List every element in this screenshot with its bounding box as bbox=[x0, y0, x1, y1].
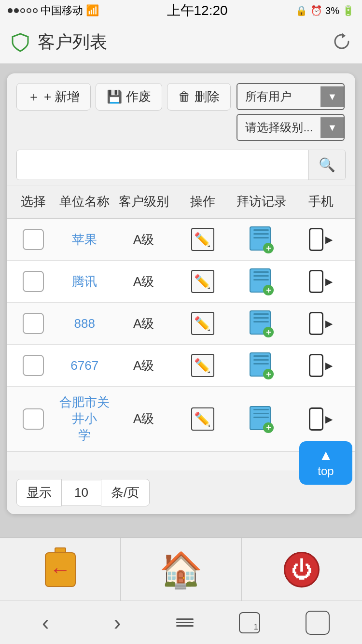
refresh-button[interactable] bbox=[331, 31, 352, 54]
table-row: 苹果 A级 ✏️ + bbox=[7, 219, 355, 261]
td-phone-5[interactable]: ▶ bbox=[292, 407, 350, 431]
visit-icon-4[interactable]: + bbox=[250, 352, 274, 378]
pencil-icon-4: ✏️ bbox=[194, 358, 211, 374]
td-checkbox-5[interactable] bbox=[12, 408, 55, 430]
nav-bar: 客户列表 bbox=[0, 21, 362, 64]
td-name-3[interactable]: 888 bbox=[55, 316, 114, 331]
delete-button[interactable]: 🗑 删除 bbox=[167, 83, 231, 111]
ios-bottom-bar: ‹ › 1 bbox=[0, 601, 362, 644]
td-checkbox-2[interactable] bbox=[12, 271, 55, 292]
th-name: 单位名称 bbox=[55, 193, 114, 210]
td-edit-4[interactable]: ✏️ bbox=[173, 354, 232, 377]
clipboard-icon: ← bbox=[45, 552, 76, 587]
td-edit-3[interactable]: ✏️ bbox=[173, 312, 232, 335]
home-icon: 🏠 bbox=[159, 552, 203, 587]
pencil-icon-3: ✏️ bbox=[194, 316, 211, 332]
td-edit-2[interactable]: ✏️ bbox=[173, 270, 232, 293]
phone-icon-5[interactable]: ▶ bbox=[309, 407, 333, 431]
phone-arrow-3: ▶ bbox=[325, 318, 333, 329]
edit-icon-2[interactable]: ✏️ bbox=[191, 270, 214, 293]
td-name-1[interactable]: 苹果 bbox=[55, 231, 114, 248]
phone-arrow-1: ▶ bbox=[325, 234, 333, 245]
level-dropdown[interactable]: 请选择级别... ▼ bbox=[237, 114, 345, 141]
pagination-unit: 条/页 bbox=[101, 479, 150, 506]
delete-label: 删除 bbox=[195, 88, 220, 105]
add-label: + 新增 bbox=[44, 88, 80, 105]
td-level-5: A级 bbox=[114, 410, 173, 427]
td-name-4[interactable]: 6767 bbox=[55, 358, 114, 373]
waste-button[interactable]: 💾 作废 bbox=[96, 83, 162, 111]
checkbox-5[interactable] bbox=[23, 408, 44, 430]
phone-arrow-5: ▶ bbox=[325, 413, 333, 425]
tab-switcher-button[interactable]: 1 bbox=[239, 612, 260, 633]
td-phone-4[interactable]: ▶ bbox=[292, 354, 350, 377]
phone-icon-1[interactable]: ▶ bbox=[309, 228, 333, 251]
status-right: 🔒 ⏰ 3% 🔋 bbox=[295, 5, 354, 16]
add-button[interactable]: ＋ + 新增 bbox=[16, 83, 91, 111]
visit-icon-5[interactable]: + bbox=[250, 406, 274, 432]
checkbox-3[interactable] bbox=[23, 313, 44, 334]
svg-marker-0 bbox=[342, 33, 346, 39]
ios-home-button[interactable] bbox=[306, 611, 330, 635]
td-phone-1[interactable]: ▶ bbox=[292, 228, 350, 251]
th-visit: 拜访记录 bbox=[232, 193, 291, 210]
page-title: 客户列表 bbox=[38, 30, 107, 54]
forward-button[interactable]: › bbox=[104, 606, 131, 640]
td-visit-4[interactable]: + bbox=[232, 352, 291, 378]
lock-icon: 🔒 bbox=[295, 5, 307, 16]
scroll-top-button[interactable]: ▲ top bbox=[299, 441, 352, 485]
pencil-icon-5: ✏️ bbox=[194, 411, 211, 427]
status-time: 上午12:20 bbox=[167, 1, 228, 20]
carrier-label: 中国移动 bbox=[41, 3, 83, 18]
checkbox-1[interactable] bbox=[23, 229, 44, 250]
tab-power[interactable]: ⏻ bbox=[242, 538, 362, 601]
visit-icon-1[interactable]: + bbox=[250, 226, 274, 252]
tab-clipboard[interactable]: ← bbox=[0, 538, 121, 601]
action-buttons: ＋ + 新增 💾 作废 🗑 删除 bbox=[16, 83, 231, 111]
td-visit-5[interactable]: + bbox=[232, 406, 291, 432]
search-bar: 🔍 bbox=[16, 150, 346, 180]
menu-button[interactable] bbox=[176, 618, 194, 627]
phone-icon-2[interactable]: ▶ bbox=[309, 270, 333, 293]
user-dropdown-label: 所有用户 bbox=[237, 84, 320, 109]
search-button[interactable]: 🔍 bbox=[308, 150, 345, 180]
phone-arrow-2: ▶ bbox=[325, 276, 333, 287]
checkbox-2[interactable] bbox=[23, 271, 44, 292]
td-visit-2[interactable]: + bbox=[232, 268, 291, 294]
th-select: 选择 bbox=[12, 193, 55, 210]
edit-icon-3[interactable]: ✏️ bbox=[191, 312, 214, 335]
tab-home[interactable]: 🏠 bbox=[121, 538, 241, 601]
td-name-5[interactable]: 合肥市关井小学 bbox=[55, 394, 114, 443]
edit-icon-1[interactable]: ✏️ bbox=[191, 228, 214, 251]
td-checkbox-3[interactable] bbox=[12, 313, 55, 334]
td-visit-1[interactable]: + bbox=[232, 226, 291, 252]
waste-label: 作废 bbox=[126, 88, 151, 105]
visit-icon-3[interactable]: + bbox=[250, 310, 274, 336]
td-name-2[interactable]: 腾讯 bbox=[55, 273, 114, 290]
edit-icon-5[interactable]: ✏️ bbox=[191, 407, 214, 431]
phone-icon-4[interactable]: ▶ bbox=[309, 354, 333, 377]
phone-icon-3[interactable]: ▶ bbox=[309, 312, 333, 335]
td-visit-3[interactable]: + bbox=[232, 310, 291, 336]
search-icon: 🔍 bbox=[319, 157, 335, 172]
checkbox-4[interactable] bbox=[23, 355, 44, 376]
visit-icon-2[interactable]: + bbox=[250, 268, 274, 294]
td-checkbox-4[interactable] bbox=[12, 355, 55, 376]
table-header: 选择 单位名称 客户级别 操作 拜访记录 手机 bbox=[7, 185, 355, 219]
td-edit-5[interactable]: ✏️ bbox=[173, 407, 232, 431]
td-edit-1[interactable]: ✏️ bbox=[173, 228, 232, 251]
status-left: 中国移动 📶 bbox=[8, 3, 99, 18]
td-level-2: A级 bbox=[114, 273, 173, 290]
td-phone-2[interactable]: ▶ bbox=[292, 270, 350, 293]
td-checkbox-1[interactable] bbox=[12, 229, 55, 250]
search-input[interactable] bbox=[17, 151, 308, 179]
th-level: 客户级别 bbox=[114, 193, 173, 210]
toolbar: ＋ + 新增 💾 作废 🗑 删除 所有用户 ▼ 请选择级别.. bbox=[7, 73, 355, 146]
clipboard-arrow-icon: ← bbox=[50, 558, 71, 582]
edit-icon-4[interactable]: ✏️ bbox=[191, 354, 214, 377]
user-dropdown[interactable]: 所有用户 ▼ bbox=[237, 83, 345, 110]
td-phone-3[interactable]: ▶ bbox=[292, 312, 350, 335]
bottom-tab-bar: ← 🏠 ⏻ bbox=[0, 538, 362, 601]
pencil-icon-2: ✏️ bbox=[194, 274, 211, 290]
back-button[interactable]: ‹ bbox=[32, 606, 59, 640]
